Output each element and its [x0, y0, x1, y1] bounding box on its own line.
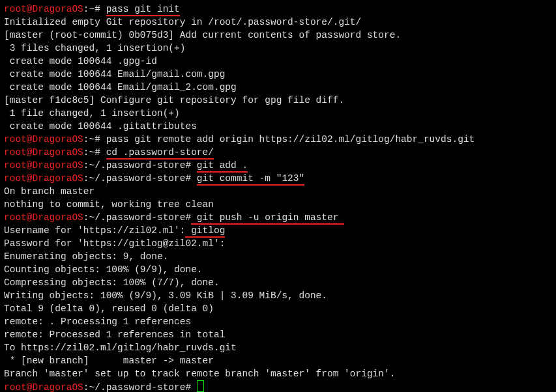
output-line: nothing to commit, working tree clean	[4, 198, 552, 211]
cmd-pass-git-init: pass git init	[106, 4, 180, 16]
prompt-user: root@DragoraOS	[4, 173, 83, 184]
terminal-line[interactable]: root@DragoraOS:~# pass git remote add or…	[4, 133, 552, 146]
terminal-line[interactable]: root@DragoraOS:~/.password-store#	[4, 380, 552, 392]
output-line: 1 file changed, 1 insertion(+)	[4, 107, 552, 120]
username-label: Username for 'https://zil02.ml':	[4, 225, 185, 236]
output-line: Writing objects: 100% (9/9), 3.09 KiB | …	[4, 289, 552, 302]
output-line: Branch 'master' set up to track remote b…	[4, 367, 552, 380]
cmd-git-commit: git commit -m "123"	[197, 173, 304, 186]
terminal-line[interactable]: root@DragoraOS:~# pass git init	[4, 3, 552, 16]
output-line: Password for 'https://gitlog@zil02.ml':	[4, 237, 552, 250]
cursor	[197, 380, 204, 392]
output-line: create mode 100644 Email/gmail.com.gpg	[4, 68, 552, 81]
prompt-user: root@DragoraOS	[4, 134, 83, 145]
prompt-path: :~/.password-store#	[83, 160, 191, 171]
output-line: create mode 100644 .gpg-id	[4, 55, 552, 68]
output-line: Counting objects: 100% (9/9), done.	[4, 263, 552, 276]
output-line: Enumerating objects: 9, done.	[4, 250, 552, 263]
cmd-git-push: git push -u origin master	[191, 212, 344, 225]
prompt-path: :~/.password-store#	[83, 212, 191, 223]
output-line: Total 9 (delta 0), reused 0 (delta 0)	[4, 302, 552, 315]
cmd-cd-store: cd .password-store/	[106, 147, 214, 160]
prompt-user: root@DragoraOS	[4, 382, 83, 392]
prompt-path: :~/.password-store#	[83, 382, 191, 392]
prompt-path: :~#	[83, 4, 100, 14]
cmd-git-add: git add .	[197, 160, 248, 173]
output-line: remote: Processed 1 references in total	[4, 328, 552, 341]
output-line: create mode 100644 Email/gmail_2.com.gpg	[4, 81, 552, 94]
output-line: * [new branch] master -> master	[4, 354, 552, 367]
prompt-user: root@DragoraOS	[4, 212, 83, 223]
prompt-path: :~#	[83, 134, 100, 145]
output-line: To https://zil02.ml/gitlog/habr_ruvds.gi…	[4, 341, 552, 354]
output-line: [master (root-commit) 0b075d3] Add curre…	[4, 29, 552, 42]
cmd-remote-add: pass git remote add origin https://zil02…	[106, 134, 475, 145]
prompt-path: :~/.password-store#	[83, 173, 191, 184]
output-line: 3 files changed, 1 insertion(+)	[4, 42, 552, 55]
prompt-user: root@DragoraOS	[4, 160, 83, 171]
output-line: create mode 100644 .gitattributes	[4, 120, 552, 133]
prompt-user: root@DragoraOS	[4, 4, 83, 14]
output-line: [master f1dc8c5] Configure git repositor…	[4, 94, 552, 107]
prompt-path: :~#	[83, 147, 100, 158]
output-line: On branch master	[4, 185, 552, 198]
terminal-line[interactable]: root@DragoraOS:~# cd .password-store/	[4, 146, 552, 159]
username-value: gitlog	[185, 225, 225, 238]
terminal-line[interactable]: root@DragoraOS:~/.password-store# git co…	[4, 172, 552, 185]
output-line: Compressing objects: 100% (7/7), done.	[4, 276, 552, 289]
output-line: Initialized empty Git repository in /roo…	[4, 16, 552, 29]
output-line: remote: . Processing 1 references	[4, 315, 552, 328]
terminal-line[interactable]: root@DragoraOS:~/.password-store# git pu…	[4, 211, 552, 224]
prompt-user: root@DragoraOS	[4, 147, 83, 158]
terminal-line[interactable]: root@DragoraOS:~/.password-store# git ad…	[4, 159, 552, 172]
output-line: Username for 'https://zil02.ml': gitlog	[4, 224, 552, 237]
